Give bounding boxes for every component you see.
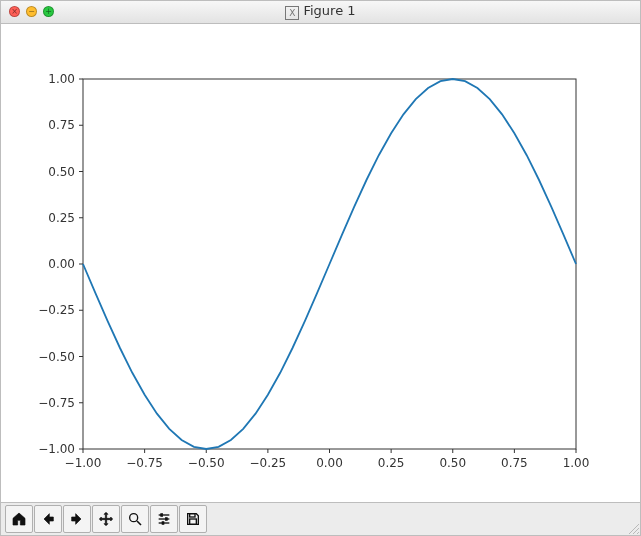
x-tick-label: 0.00 [316, 456, 343, 470]
svg-line-20 [137, 521, 141, 525]
svg-rect-27 [190, 513, 195, 516]
svg-rect-28 [190, 519, 197, 524]
sliders-icon [156, 511, 172, 527]
close-button[interactable]: × [9, 6, 20, 17]
svg-point-19 [130, 513, 138, 521]
x-tick-label: 1.00 [563, 456, 590, 470]
x-tick-label: −1.00 [65, 456, 102, 470]
window-controls: × − + [1, 6, 54, 17]
minimize-button[interactable]: − [26, 6, 37, 17]
x-tick-label: −0.50 [188, 456, 225, 470]
app-icon: X [285, 6, 299, 20]
pan-button[interactable] [92, 505, 120, 533]
x-tick-label: −0.25 [249, 456, 286, 470]
arrow-left-icon [40, 511, 56, 527]
plot-canvas[interactable]: −1.00−0.75−0.50−0.250.000.250.500.751.00… [1, 24, 640, 502]
y-tick-label: 0.00 [48, 257, 75, 271]
y-tick-label: −1.00 [38, 442, 75, 456]
y-tick-label: 0.75 [48, 118, 75, 132]
magnifier-icon [127, 511, 143, 527]
maximize-button[interactable]: + [43, 6, 54, 17]
save-button[interactable] [179, 505, 207, 533]
x-tick-label: 0.50 [439, 456, 466, 470]
x-tick-label: −0.75 [126, 456, 163, 470]
resize-grip-icon[interactable] [627, 522, 639, 534]
home-button[interactable] [5, 505, 33, 533]
forward-button[interactable] [63, 505, 91, 533]
svg-rect-22 [161, 513, 163, 516]
figure-window: × − + XFigure 1 −1.00−0.75−0.50−0.250.00… [0, 0, 641, 536]
x-tick-label: 0.25 [378, 456, 405, 470]
window-title: XFigure 1 [1, 3, 640, 20]
arrow-right-icon [69, 511, 85, 527]
save-icon [185, 511, 201, 527]
svg-rect-24 [165, 517, 167, 520]
y-tick-label: −0.50 [38, 349, 75, 363]
move-icon [98, 511, 114, 527]
y-tick-label: −0.25 [38, 303, 75, 317]
configure-button[interactable] [150, 505, 178, 533]
y-tick-label: 0.25 [48, 210, 75, 224]
window-title-text: Figure 1 [303, 3, 355, 18]
matplotlib-toolbar [1, 502, 640, 535]
titlebar: × − + XFigure 1 [1, 1, 640, 24]
home-icon [11, 511, 27, 527]
svg-line-31 [637, 532, 639, 534]
back-button[interactable] [34, 505, 62, 533]
data-series [83, 79, 576, 449]
svg-rect-26 [162, 521, 164, 524]
line-chart: −1.00−0.75−0.50−0.250.000.250.500.751.00… [1, 24, 640, 502]
x-tick-label: 0.75 [501, 456, 528, 470]
y-tick-label: 0.50 [48, 164, 75, 178]
y-tick-label: −0.75 [38, 395, 75, 409]
y-tick-label: 1.00 [48, 72, 75, 86]
zoom-button[interactable] [121, 505, 149, 533]
